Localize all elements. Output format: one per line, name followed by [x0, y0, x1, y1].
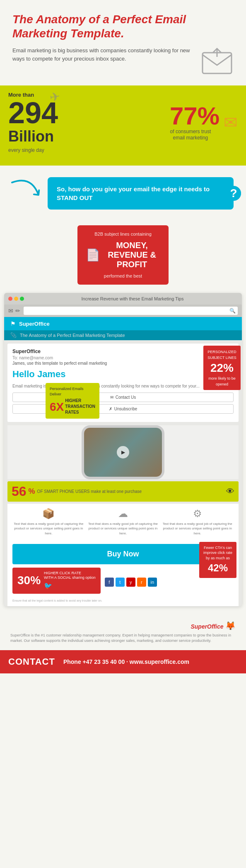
twitter-icon[interactable]: t: [116, 578, 125, 587]
stat-everyday: every single day: [8, 147, 58, 153]
cta-badge: Fewer CTA's can improve click rate by as…: [199, 542, 236, 578]
stat-56-number: 56: [12, 484, 27, 499]
close-dot[interactable]: [8, 297, 12, 301]
browser-mockup: Increase Revenue with these Email Market…: [4, 293, 242, 606]
stat-56-section: 56 % OF SMART PHONE USERS make at least …: [7, 481, 239, 502]
email-header: SuperOffice 12 May: [12, 349, 234, 354]
contact-label[interactable]: CONTACT: [8, 656, 55, 667]
envelope-icon: ✉: [224, 113, 238, 132]
cta-percent: 42%: [203, 561, 233, 575]
click-30-number: 30%: [17, 574, 41, 587]
feature-item-2: ☁ Text that does a really good job of ca…: [87, 508, 159, 536]
document-icon: 📄: [86, 248, 100, 262]
b2b-box: B2B subject lines containing 📄 MONEY, RE…: [77, 225, 169, 285]
legal-footer-text: Ensure that all the legal content is add…: [12, 599, 234, 602]
click-text: HIGHER CLICK RATE WITH A SOCIAL sharing …: [44, 571, 96, 590]
clip-icon: 📎: [10, 332, 17, 338]
personalized-deliver-label: Personalized Emails Deliver: [50, 386, 95, 397]
click-badge: 30% HIGHER CLICK RATE WITH A SOCIAL shar…: [12, 568, 101, 594]
cta-text: Fewer CTA's can improve click rate by as…: [203, 546, 232, 560]
stat-56-pct: %: [29, 487, 35, 496]
email-body: SuperOffice 12 May To: name@name.com Jam…: [7, 344, 239, 422]
personalized-emails-box: Personalized Emails Deliver 6X HIGHER TR…: [46, 383, 99, 419]
email-nav-sub-text: The Anatomy of a Perfect Email Marketing…: [20, 333, 125, 338]
personalized-percent: 22%: [207, 361, 236, 375]
settings-icon: ⚙: [161, 508, 234, 519]
inbox-icon: [200, 46, 234, 77]
header-subtitle: Email marketing is big business with com…: [12, 46, 194, 63]
buy-now-area: Buy Now Fewer CTA's can improve click ra…: [7, 540, 239, 606]
superoffice-logo: SuperOffice: [191, 623, 223, 630]
flag-icon: ⚑: [10, 320, 16, 327]
stat-77-percent: 77%: [170, 104, 219, 129]
cloud-icon: ☁: [87, 508, 159, 519]
product-icon: 📦: [12, 508, 85, 519]
phone-area: ▶: [7, 425, 239, 479]
footer-logo: SuperOffice 🦊: [10, 621, 236, 631]
b2b-keywords: MONEY, REVENUE & PROFIT: [104, 241, 160, 269]
maximize-dot[interactable]: [20, 297, 24, 301]
stat-billion: Billion: [8, 128, 58, 145]
six-x-label: 6X: [50, 399, 64, 415]
eye-icon: 👁: [226, 487, 234, 496]
b2b-label: B2B subject lines containing: [86, 232, 160, 237]
stat-right: 77% of consumers trust email marketing ✉: [170, 104, 238, 141]
mascot-icon: 🦊: [225, 621, 236, 630]
social-icons: f t y r in: [105, 578, 157, 587]
personalized-label: PERSONALIZED SUBJECT LINES: [207, 350, 236, 360]
browser-toolbar: ✉ ✏ 🔍: [4, 305, 242, 317]
email-nav-icon[interactable]: ✉: [8, 307, 13, 314]
email-to: To: name@name.com: [12, 356, 234, 360]
standout-bubble: So, how do you give your email the edge …: [48, 177, 234, 210]
feature-text-2: Text that does a really good job of capt…: [87, 522, 159, 536]
hello-james: Hello James: [12, 369, 234, 380]
airplane-icon: ✈: [48, 89, 61, 105]
youtube-icon[interactable]: y: [126, 578, 135, 587]
blue-arrow-icon: [7, 170, 47, 217]
email-nav-title: SuperOffice: [19, 321, 50, 327]
email-subject: James, use this template to perfect emai…: [12, 361, 234, 366]
b2b-performed: performed the best: [86, 273, 160, 278]
feature-item-1: 📦 Text that does a really good job of ca…: [12, 508, 85, 536]
email-from: SuperOffice: [12, 349, 41, 354]
footer-section: SuperOffice 🦊 SuperOffice is the #1 cust…: [0, 614, 246, 650]
browser-search-bar[interactable]: 🔍: [24, 307, 238, 315]
contact-icon: ✉: [110, 395, 113, 400]
higher-trans-label: HIGHER TRANSACTION RATES: [65, 398, 95, 415]
contact-bar: CONTACT Phone +47 23 35 40 00 · www.supe…: [0, 650, 246, 673]
standout-section: So, how do you give your email the edge …: [0, 166, 246, 221]
phone-screen: ▶: [84, 428, 162, 477]
footer-description: SuperOffice is the #1 customer relations…: [10, 633, 236, 644]
play-button[interactable]: ▶: [117, 446, 129, 458]
twitter-icon-large: 🐦: [44, 582, 96, 590]
search-icon: 🔍: [229, 308, 236, 314]
features-row: 📦 Text that does a really good job of ca…: [7, 504, 239, 540]
browser-dots: [8, 297, 24, 301]
nav-icons: ✉ ✏: [8, 307, 20, 314]
browser-title: Increase Revenue with these Email Market…: [27, 296, 238, 301]
feature-text-1: Text that does a really good job of capt…: [12, 522, 85, 536]
stats-section: ✈ More than 294 Billion every single day…: [0, 85, 246, 166]
phone-mockup: ▶: [82, 425, 164, 479]
contact-info: Phone +47 23 35 40 00 · www.superoffice.…: [63, 658, 189, 665]
facebook-icon[interactable]: f: [105, 578, 114, 587]
question-mark-icon: ?: [227, 186, 241, 200]
email-nav: ⚑ SuperOffice: [4, 317, 242, 330]
unsubscribe-icon: ✗: [109, 407, 112, 411]
rss-icon[interactable]: r: [137, 578, 146, 587]
browser-chrome: Increase Revenue with these Email Market…: [4, 293, 242, 305]
compose-icon[interactable]: ✏: [15, 307, 20, 314]
b2b-section: B2B subject lines containing 📄 MONEY, RE…: [0, 221, 246, 293]
linkedin-icon[interactable]: in: [148, 578, 157, 587]
stat-56-text: OF SMART PHONE USERS make at least one p…: [37, 489, 142, 494]
stat-77-label: of consumers trust email marketing: [170, 129, 211, 141]
email-nav-subtitle: 📎 The Anatomy of a Perfect Email Marketi…: [4, 330, 242, 340]
feature-text-3: Text that does a really good job of capt…: [161, 522, 234, 536]
minimize-dot[interactable]: [14, 297, 18, 301]
page-title: The Anatomy of a Perfect Email Marketing…: [12, 12, 234, 40]
email-content-area: Email marketing is big business with com…: [12, 383, 234, 389]
header-section: The Anatomy of a Perfect Email Marketing…: [0, 0, 246, 85]
feature-item-3: ⚙ Text that does a really good job of ca…: [161, 508, 234, 536]
